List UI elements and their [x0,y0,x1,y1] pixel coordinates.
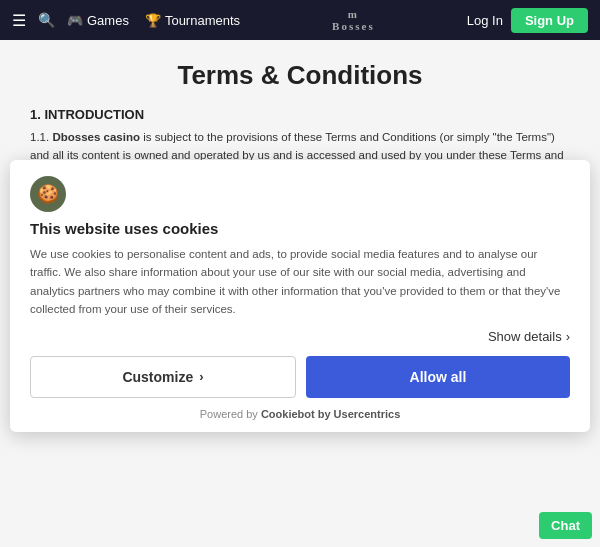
search-icon[interactable]: 🔍 [38,12,55,28]
games-icon: 🎮 [67,13,83,28]
show-details-button[interactable]: Show details › [30,329,570,344]
hamburger-icon[interactable]: ☰ [12,11,26,30]
customize-label: Customize [122,369,193,385]
navbar: ☰ 🔍 🎮 Games 🏆 Tournaments mBosses Log In… [0,0,600,40]
logo-text: mBosses [240,8,467,32]
cookie-footer: Powered by Cookiebot by Usercentrics [30,408,570,420]
site-logo: mBosses [240,8,467,32]
games-label: Games [87,13,129,28]
cookie-logo-area: 🍪 [30,176,570,212]
cookie-text: We use cookies to personalise content an… [30,245,570,319]
cookiebot-logo-icon: 🍪 [30,176,66,212]
nav-left: ☰ 🔍 🎮 Games 🏆 Tournaments [12,11,240,30]
cookie-footer-brand: Cookiebot by Usercentrics [261,408,400,420]
cookie-buttons: Customize › Allow all [30,356,570,398]
show-details-label: Show details [488,329,562,344]
dbosses-brand-1: Dbosses casino [52,131,140,143]
logo-bosses: Bosses [240,20,467,32]
signup-button[interactable]: Sign Up [511,8,588,33]
customize-button[interactable]: Customize › [30,356,296,398]
chevron-right-icon: › [566,329,570,344]
chat-button[interactable]: Chat [539,512,592,539]
cookie-footer-text: Powered by [200,408,261,420]
tournaments-label: Tournaments [165,13,240,28]
cookie-banner: 🍪 This website uses cookies We use cooki… [10,160,590,432]
allow-all-button[interactable]: Allow all [306,356,570,398]
nav-games-link[interactable]: 🎮 Games [67,13,129,28]
main-content: Terms & Conditions 1. INTRODUCTION 1.1. … [0,40,600,547]
page-title: Terms & Conditions [30,60,570,91]
nav-tournaments-link[interactable]: 🏆 Tournaments [145,13,240,28]
nav-right: Log In Sign Up [467,8,588,33]
tournaments-icon: 🏆 [145,13,161,28]
section1-heading: 1. INTRODUCTION [30,107,570,122]
login-button[interactable]: Log In [467,13,503,28]
customize-chevron-icon: › [199,369,203,384]
cookie-title: This website uses cookies [30,220,570,237]
